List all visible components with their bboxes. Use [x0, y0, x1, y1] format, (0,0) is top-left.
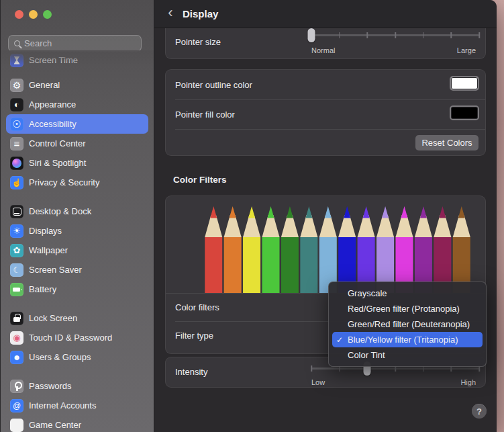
window-controls	[15, 10, 52, 19]
sidebar-item-label: General	[29, 80, 60, 90]
pencil	[262, 215, 279, 237]
sidebar-item-appearance[interactable]: ◐Appearance	[6, 95, 148, 114]
pencil	[453, 215, 470, 237]
search-input[interactable]	[24, 38, 136, 48]
pencil	[338, 215, 356, 237]
accessibility-icon: ☉	[10, 118, 23, 131]
minimize-window-button[interactable]	[29, 10, 38, 19]
pencil	[243, 236, 260, 293]
sidebar-item-label: Passwords	[29, 381, 72, 391]
sidebar-item-desktop-dock[interactable]: Desktop & Dock	[6, 202, 148, 221]
sidebar-item-label: Users & Groups	[29, 352, 91, 362]
pencil	[281, 215, 299, 237]
sidebar-item-general[interactable]: ⚙General	[6, 75, 148, 95]
lock-icon	[10, 312, 23, 325]
help-button[interactable]: ?	[472, 404, 487, 419]
sidebar-item-wallpaper[interactable]: ✿Wallpaper	[6, 241, 148, 260]
siri-icon	[10, 157, 23, 170]
filter-type-menu: GrayscaleRed/Green filter (Protanopia)Gr…	[328, 282, 487, 367]
pencil	[205, 236, 222, 293]
pencil	[382, 206, 389, 218]
pencil	[358, 215, 375, 237]
slider-tick	[451, 32, 452, 38]
filter-type-label: Filter type	[175, 331, 213, 341]
sidebar-item-label: Displays	[29, 226, 62, 236]
intensity-max-label: High	[460, 378, 476, 386]
sidebar-item-label: Battery	[29, 284, 56, 294]
zoom-window-button[interactable]	[43, 10, 52, 19]
menu-item-label: Color Tint	[348, 350, 385, 360]
pencil	[434, 215, 451, 237]
sidebar-item-label: Screen Time	[29, 55, 78, 65]
sidebar-group: Lock Screen◉Touch ID & Password☻Users & …	[6, 308, 148, 367]
moon-icon: ☾	[10, 263, 23, 277]
menu-item-blue-yellow-filter-tritanopia[interactable]: ✓Blue/Yellow filter (Tritanopia)	[332, 332, 483, 347]
row-divider	[175, 129, 485, 130]
pencil	[344, 206, 350, 218]
sidebar-item-users-groups[interactable]: ☻Users & Groups	[6, 347, 148, 367]
hourglass-icon	[10, 54, 23, 67]
slider-tick	[339, 32, 340, 38]
search-icon	[14, 40, 20, 46]
menu-item-label: Grayscale	[348, 288, 387, 298]
pencil	[415, 215, 432, 237]
sidebar-item-label: Control Center	[29, 138, 86, 148]
color-filters-section-title: Color Filters	[173, 175, 227, 185]
users-icon: ☻	[10, 351, 23, 364]
key-icon	[10, 380, 23, 393]
sidebar-item-touch-id-password[interactable]: ◉Touch ID & Password	[6, 328, 148, 347]
sidebar-group: Desktop & Dock☀Displays✿Wallpaper☾Screen…	[6, 202, 148, 299]
sidebar-item-label: Internet Accounts	[29, 400, 96, 411]
pointer-fill-color-swatch[interactable]	[450, 105, 479, 120]
pencil	[325, 206, 332, 218]
slider-tick	[367, 32, 368, 38]
menu-item-label: Green/Red filter (Deuteranopia)	[348, 319, 470, 329]
intensity-min-label: Low	[311, 378, 325, 386]
sidebar-item-label: Desktop & Dock	[29, 206, 91, 216]
pencil	[300, 215, 317, 237]
pointer-size-min-label: Normal	[311, 46, 335, 54]
back-button[interactable]: ‹	[164, 13, 177, 15]
sidebar-item-internet-accounts[interactable]: @Internet Accounts	[6, 396, 148, 415]
pencil	[210, 206, 217, 218]
sidebar-item-label: Wallpaper	[29, 245, 68, 255]
sidebar-item-control-center[interactable]: ≡Control Center	[6, 134, 148, 153]
pencil	[376, 215, 394, 237]
sidebar-item-passwords[interactable]: Passwords	[6, 376, 148, 396]
pencil	[305, 206, 312, 218]
pointer-outline-color-swatch[interactable]	[450, 76, 479, 91]
menu-item-grayscale[interactable]: Grayscale	[332, 286, 483, 301]
appearance-icon: ◐	[10, 98, 23, 112]
sidebar-item-displays[interactable]: ☀Displays	[6, 221, 148, 241]
sidebar-item-siri-spotlight[interactable]: Siri & Spotlight	[6, 153, 148, 173]
pencil	[401, 206, 408, 218]
sidebar-item-privacy-security[interactable]: ☝Privacy & Security	[6, 173, 148, 192]
sidebar-item-accessibility[interactable]: ☉Accessibility	[6, 114, 148, 134]
search-field[interactable]	[8, 35, 142, 52]
sidebar-item-screen-time[interactable]: Screen Time	[6, 50, 148, 70]
pencil	[224, 236, 242, 293]
sidebar-item-label: Privacy & Security	[29, 177, 99, 187]
pointer-size-slider[interactable]	[311, 28, 479, 42]
color-pencils-image	[204, 206, 471, 293]
color-filters-toggle-label: Color filters	[175, 302, 219, 312]
sidebar-nav: Screen Time⚙General◐Appearance☉Accessibi…	[6, 50, 148, 432]
hand-icon: ☝	[10, 176, 23, 189]
reset-colors-button[interactable]: Reset Colors	[415, 135, 478, 150]
sidebar-item-battery[interactable]: Battery	[6, 279, 148, 299]
pointer-fill-color-label: Pointer fill color	[175, 110, 235, 120]
menu-item-red-green-filter-protanopia[interactable]: Red/Green filter (Protanopia)	[332, 301, 483, 316]
pointer-size-max-label: Large	[457, 46, 476, 54]
sidebar-item-label: Siri & Spotlight	[29, 158, 86, 168]
slider-tick	[478, 32, 480, 38]
sidebar-item-screen-saver[interactable]: ☾Screen Saver	[6, 260, 148, 279]
pencil	[230, 206, 236, 218]
close-window-button[interactable]	[15, 10, 23, 19]
menu-item-color-tint[interactable]: Color Tint	[332, 347, 483, 363]
menu-item-green-red-filter-deuteranopia[interactable]: Green/Red filter (Deuteranopia)	[332, 316, 483, 332]
sidebar-item-lock-screen[interactable]: Lock Screen	[6, 308, 148, 328]
pointer-size-handle[interactable]	[308, 28, 315, 42]
sidebar-item-label: Game Center	[29, 420, 81, 430]
pencil	[319, 215, 337, 237]
sidebar-item-game-center[interactable]: Game Center	[6, 415, 148, 432]
